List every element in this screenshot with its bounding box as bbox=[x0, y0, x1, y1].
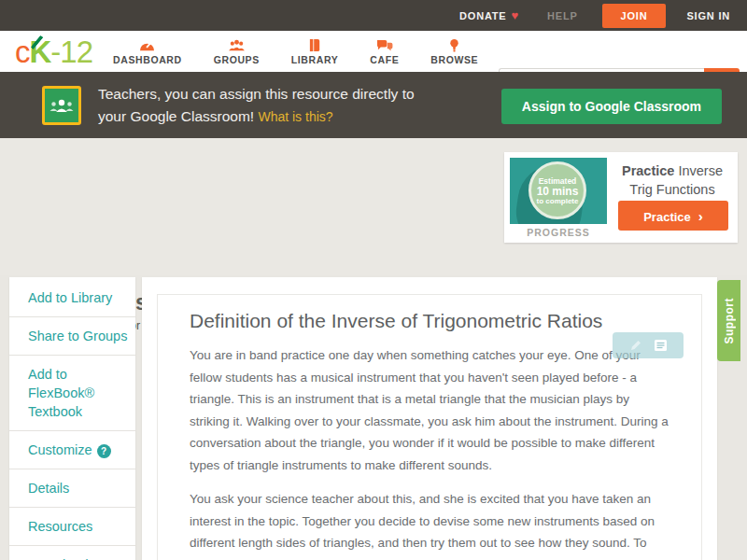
arrow-right-icon: › bbox=[698, 208, 703, 224]
help-link[interactable]: HELP bbox=[547, 10, 578, 21]
lesson-content-card: Definition of the Inverse of Trigonometr… bbox=[142, 277, 717, 560]
practice-card: Estimated 10 mins to complete PROGRESS P… bbox=[504, 152, 738, 243]
nav-item-dashboard[interactable]: DASHBOARD bbox=[113, 38, 182, 65]
question-badge-icon[interactable]: ? bbox=[97, 444, 111, 458]
book-icon bbox=[306, 38, 324, 52]
progress-thumbnail[interactable]: Estimated 10 mins to complete bbox=[510, 158, 607, 224]
pencil-icon[interactable] bbox=[629, 339, 642, 352]
join-button[interactable]: JOIN bbox=[602, 4, 667, 28]
content-paragraph: You are in band practice one day when so… bbox=[190, 344, 671, 476]
ck12-logo[interactable]: cK-12 bbox=[15, 36, 92, 67]
nav-item-library[interactable]: LIBRARY bbox=[291, 38, 338, 65]
main-navbar: cK-12 DASHBOARD GROUPS LIBRARY CAFE BROW… bbox=[0, 31, 747, 72]
gauge-icon bbox=[138, 38, 156, 52]
sidebar-item-details[interactable]: Details bbox=[9, 469, 135, 507]
google-classroom-banner: Teachers, you can assign this resource d… bbox=[0, 72, 747, 138]
estimated-time-badge: Estimated 10 mins to complete bbox=[529, 161, 586, 219]
nav-items: DASHBOARD GROUPS LIBRARY CAFE BROWSE bbox=[113, 38, 478, 65]
sidebar-item-customize[interactable]: Customize? bbox=[9, 430, 135, 469]
support-tab[interactable]: Support bbox=[717, 280, 740, 361]
sign-in-button[interactable]: SIGN IN bbox=[686, 10, 730, 21]
sidebar-item-download[interactable]: Download▼ bbox=[9, 545, 135, 560]
lesson-content-box: Definition of the Inverse of Trigonometr… bbox=[157, 294, 702, 560]
nav-item-groups[interactable]: GROUPS bbox=[214, 38, 260, 65]
google-classroom-icon bbox=[42, 86, 81, 125]
note-icon[interactable] bbox=[654, 339, 668, 352]
sidebar-item-resources[interactable]: Resources bbox=[9, 507, 135, 545]
donate-link[interactable]: DONATE ♥ bbox=[459, 8, 519, 22]
content-heading: Definition of the Inverse of Trigonometr… bbox=[190, 310, 671, 332]
progress-label: PROGRESS bbox=[510, 227, 607, 238]
what-is-this-link[interactable]: What is this? bbox=[258, 109, 332, 124]
top-utility-bar: DONATE ♥ HELP JOIN SIGN IN bbox=[0, 0, 747, 31]
action-sidebar: Add to Library Share to Groups Add to Fl… bbox=[9, 277, 135, 560]
sidebar-item-add-to-flexbook[interactable]: Add to FlexBook® Textbook bbox=[9, 355, 135, 430]
chat-bubbles-icon bbox=[375, 38, 393, 52]
lightbulb-icon bbox=[445, 38, 463, 52]
practice-button[interactable]: Practice› bbox=[618, 201, 728, 231]
people-icon bbox=[228, 38, 246, 52]
sidebar-item-share-to-groups[interactable]: Share to Groups bbox=[9, 316, 135, 355]
banner-message: Teachers, you can assign this resource d… bbox=[98, 83, 415, 128]
practice-card-title: Practice Inverse Trig Functions bbox=[609, 161, 736, 199]
sidebar-item-add-to-library[interactable]: Add to Library bbox=[9, 279, 135, 316]
assign-to-classroom-button[interactable]: Assign to Google Classroom bbox=[501, 89, 722, 124]
content-paragraph: You ask your science teacher about this,… bbox=[190, 488, 671, 560]
heart-icon: ♥ bbox=[511, 8, 519, 22]
nav-item-browse[interactable]: BROWSE bbox=[430, 38, 478, 65]
nav-item-cafe[interactable]: CAFE bbox=[370, 38, 399, 65]
annotation-toolbar bbox=[613, 332, 684, 358]
